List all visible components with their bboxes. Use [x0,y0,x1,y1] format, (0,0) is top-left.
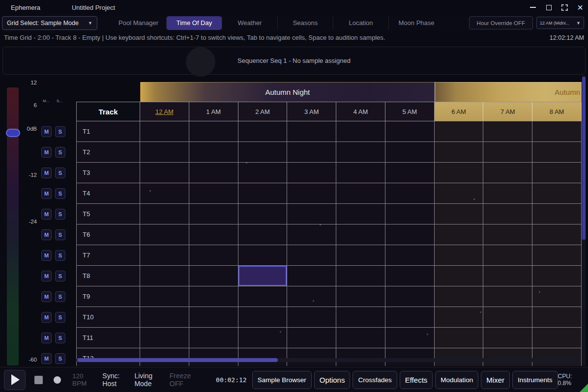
grid-cell[interactable] [140,307,189,327]
grid-cell[interactable] [336,348,385,366]
solo-button[interactable]: S [55,312,65,323]
effects-button[interactable]: Effects [400,371,433,389]
play-button[interactable] [4,370,26,390]
track-label[interactable]: T6 [76,224,140,245]
solo-button[interactable]: S [55,229,65,240]
tab-pool-manager[interactable]: Pool Manager [111,16,166,30]
grid-cell[interactable] [435,121,484,141]
hour-header-3am[interactable]: 3 AM [287,102,336,121]
grid-cell[interactable] [189,224,238,245]
hour-header-5am[interactable]: 5 AM [385,102,435,121]
grid-cell[interactable] [336,266,385,286]
grid-cell[interactable] [238,224,288,245]
tab-weather[interactable]: Weather [222,16,277,30]
grid-cell[interactable] [140,183,189,203]
grid-cell[interactable] [287,348,336,366]
grid-cell[interactable] [287,142,336,162]
grid-cell[interactable] [238,245,288,265]
mute-button[interactable]: M [41,312,52,323]
solo-button[interactable]: S [55,333,65,343]
grid-cell[interactable] [435,286,484,307]
solo-button[interactable]: S [55,271,65,281]
grid-cell[interactable] [385,245,435,265]
mute-button[interactable]: M [41,291,52,302]
grid-cell[interactable] [140,121,189,141]
grid-cell[interactable] [532,266,582,286]
grid-cell[interactable] [435,245,484,265]
grid-cell[interactable] [532,204,582,224]
living-mode-toggle[interactable]: Living Mode [134,372,164,388]
solo-button[interactable]: S [55,126,65,137]
grid-cell[interactable] [435,328,484,348]
solo-button[interactable]: S [55,147,65,158]
track-label[interactable]: T5 [76,204,140,224]
track-label[interactable]: T11 [76,328,140,348]
hour-header-1am[interactable]: 1 AM [189,102,238,121]
track-label[interactable]: T12 [76,348,140,366]
track-label[interactable]: T7 [76,245,140,265]
grid-cell[interactable] [336,245,385,265]
grid-cell[interactable] [336,307,385,327]
track-label[interactable]: T4 [76,183,140,203]
grid-cell[interactable] [140,163,189,183]
options-button[interactable]: Options [314,371,351,389]
hour-header-12am[interactable]: 12 AM [140,102,189,121]
grid-cell[interactable] [532,142,582,162]
solo-button[interactable]: S [55,353,65,364]
sample-browser-button[interactable]: Sample Browser [252,371,312,389]
solo-button[interactable]: S [55,250,65,261]
horizontal-scrollbar[interactable] [76,358,580,362]
solo-button[interactable]: S [55,209,65,220]
grid-cell[interactable] [385,286,435,307]
grid-cell[interactable] [140,348,189,366]
grid-cell[interactable] [287,307,336,327]
grid-cell[interactable] [483,266,532,286]
grid-cell[interactable] [287,245,336,265]
stop-button[interactable] [34,373,44,386]
grid-cell[interactable] [140,328,189,348]
grid-cell[interactable] [435,142,484,162]
grid-cell[interactable] [385,121,435,141]
mute-button[interactable]: M [41,353,52,364]
track-label[interactable]: T10 [76,307,140,327]
grid-cell[interactable] [238,286,288,307]
grid-cell[interactable] [532,245,582,265]
grid-cell[interactable] [435,204,484,224]
grid-cell-selected[interactable] [238,266,288,286]
grid-cell[interactable] [287,183,336,203]
grid-cell[interactable] [287,163,336,183]
grid-cell[interactable] [385,348,435,366]
crossfades-button[interactable]: Crossfades [353,371,397,389]
grid-cell[interactable] [238,121,288,141]
grid-cell[interactable] [435,266,484,286]
vertical-scrollbar[interactable] [582,75,586,366]
grid-cell[interactable] [483,245,532,265]
grid-cell[interactable] [435,163,484,183]
maximize-button[interactable] [541,0,557,15]
hour-header-7am[interactable]: 7 AM [483,102,532,121]
track-label[interactable]: T1 [76,121,140,141]
mute-button[interactable]: M [41,147,52,158]
grid-cell[interactable] [238,348,288,366]
grid-cell[interactable] [532,224,582,245]
mute-button[interactable]: M [41,250,52,261]
vertical-scrollbar-thumb[interactable] [582,77,586,240]
grid-cell[interactable] [189,307,238,327]
grid-cell[interactable] [385,183,435,203]
grid-cell[interactable] [238,163,288,183]
grid-cell[interactable] [238,183,288,203]
grid-cell[interactable] [532,348,582,366]
grid-cell[interactable] [483,121,532,141]
mute-button[interactable]: M [41,209,52,220]
grid-cell[interactable] [532,121,582,141]
grid-cell[interactable] [385,266,435,286]
grid-cell[interactable] [483,328,532,348]
mute-button[interactable]: M [41,229,52,240]
modulation-button[interactable]: Modulation [435,371,478,389]
grid-cell[interactable] [287,224,336,245]
grid-cell[interactable] [336,286,385,307]
hour-dropdown[interactable]: 12 AM (Midni... ▼ [536,17,584,29]
solo-button[interactable]: S [55,188,65,199]
volume-fader-handle[interactable] [6,129,20,137]
resize-grip[interactable] [580,384,588,392]
